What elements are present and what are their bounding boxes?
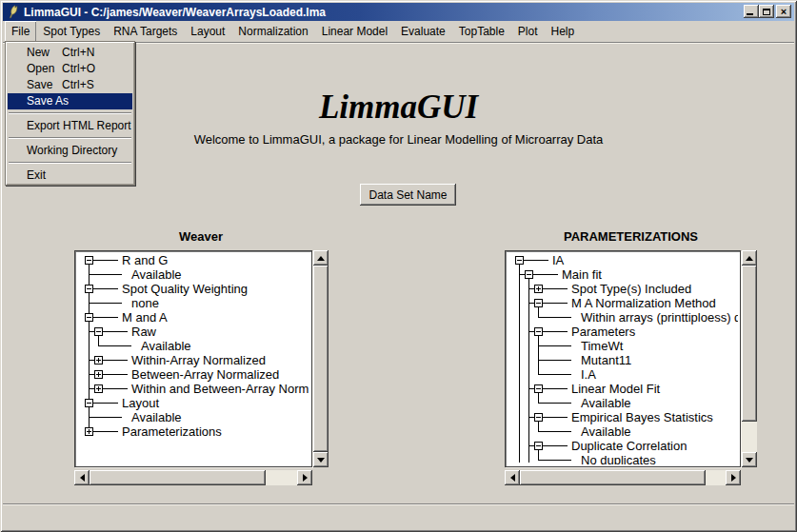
tree-expand-toggle[interactable]	[85, 256, 93, 265]
tree-node-r-and-g[interactable]: R and G	[122, 253, 168, 267]
tree-node-within-arrays-printtiploess-d[interactable]: Within arrays (printtiploess) d	[581, 310, 738, 325]
tree-node-duplicate-correlation[interactable]: Duplicate Correlation	[571, 439, 687, 453]
file-menu-item-save[interactable]: SaveCtrl+S	[8, 77, 132, 93]
tree-node-i-a[interactable]: I.A	[581, 367, 596, 382]
tree-node-within-array-normalized[interactable]: Within-Array Normalized	[131, 353, 266, 367]
menubar-item-file[interactable]: File	[5, 21, 36, 42]
tree-node-within-and-between-array-norm[interactable]: Within and Between-Array Norm	[131, 382, 309, 396]
scrollbar-thumb[interactable]	[742, 266, 757, 422]
tree-node-available[interactable]: Available	[581, 396, 631, 410]
arrow-down-icon	[317, 458, 325, 463]
tree-node-timewt[interactable]: TimeWt	[581, 339, 623, 353]
tree-connector	[89, 303, 122, 304]
tree-node-available[interactable]: Available	[141, 339, 191, 353]
scroll-down-button[interactable]	[742, 452, 757, 467]
tree-node-m-and-a[interactable]: M and A	[122, 310, 168, 325]
file-menu-item-save-as[interactable]: Save As	[8, 93, 132, 109]
tree-node-mutant11[interactable]: Mutant11	[581, 353, 631, 367]
tree-expand-toggle[interactable]	[94, 327, 103, 336]
menu-item-accelerator: Ctrl+O	[62, 61, 95, 77]
parameterizations-vertical-scrollbar[interactable]	[742, 250, 757, 467]
file-menu-item-working-directory[interactable]: Working Directory	[8, 143, 132, 159]
tree-connector	[98, 335, 99, 345]
tree-expand-toggle[interactable]	[534, 413, 543, 422]
menubar-item-evaluate[interactable]: Evaluate	[394, 21, 452, 42]
tree-expand-toggle[interactable]	[85, 285, 93, 293]
tree-node-main-fit[interactable]: Main fit	[562, 267, 602, 282]
scroll-right-button[interactable]	[726, 470, 741, 485]
menu-item-label: Save	[27, 78, 52, 91]
parameterizations-horizontal-scrollbar[interactable]	[505, 470, 741, 485]
file-menu-item-exit[interactable]: Exit	[8, 167, 132, 184]
menubar-item-layout[interactable]: Layout	[184, 21, 231, 42]
tree-node-none[interactable]: none	[131, 296, 159, 310]
tree-node-linear-model-fit[interactable]: Linear Model Fit	[571, 382, 660, 396]
weaver-horizontal-scrollbar[interactable]	[74, 470, 312, 485]
arrow-down-icon	[746, 458, 753, 463]
file-menu-item-export-html-report[interactable]: Export HTML Report	[8, 118, 132, 134]
menubar-item-normalization[interactable]: Normalization	[231, 21, 314, 42]
tree-expand-toggle[interactable]	[94, 370, 103, 379]
tree-connector	[538, 335, 539, 374]
weaver-vertical-scrollbar[interactable]	[313, 250, 329, 467]
tree-node-raw[interactable]: Raw	[131, 325, 156, 339]
scroll-up-button[interactable]	[313, 250, 329, 266]
tree-expand-toggle[interactable]	[515, 256, 524, 265]
tree-expand-toggle[interactable]	[534, 285, 543, 293]
scroll-left-button[interactable]	[505, 470, 520, 485]
tree-node-available[interactable]: Available	[131, 410, 182, 424]
menubar-item-linear-model[interactable]: Linear Model	[315, 21, 394, 42]
tree-expand-toggle[interactable]	[94, 356, 103, 365]
tree-connector	[543, 417, 568, 418]
tree-node-between-array-normalized[interactable]: Between-Array Normalized	[131, 367, 279, 382]
close-button[interactable]: ×	[776, 5, 791, 18]
arrow-left-icon	[510, 474, 515, 482]
limmagui-window: LimmaGUI - C:/james/Weaver/WeaverArraysL…	[0, 0, 797, 532]
file-menu-item-open[interactable]: OpenCtrl+O	[8, 61, 132, 77]
menubar-item-rna-targets[interactable]: RNA Targets	[107, 21, 184, 42]
menubar-item-toptable[interactable]: TopTable	[452, 21, 511, 42]
scrollbar-thumb[interactable]	[520, 470, 706, 485]
scroll-down-button[interactable]	[313, 452, 329, 467]
menubar-item-plot[interactable]: Plot	[511, 21, 545, 42]
tree-node-parameterizations[interactable]: Parameterizations	[122, 424, 222, 439]
scroll-left-button[interactable]	[74, 470, 90, 485]
tree-expand-toggle[interactable]	[534, 299, 543, 307]
scrollbar-thumb[interactable]	[90, 470, 266, 485]
tree-connector	[538, 317, 571, 318]
tk-feather-icon[interactable]	[6, 5, 20, 19]
tree-expand-toggle[interactable]	[525, 270, 533, 279]
tree-node-available[interactable]: Available	[131, 267, 182, 282]
menubar-item-spot-types[interactable]: Spot Types	[36, 21, 107, 42]
tree-node-layout[interactable]: Layout	[122, 396, 159, 410]
titlebar[interactable]: LimmaGUI - C:/james/Weaver/WeaverArraysL…	[3, 3, 794, 21]
tree-node-spot-quality-weighting[interactable]: Spot Quality Weighting	[122, 282, 248, 296]
tree-node-ia[interactable]: IA	[552, 253, 564, 267]
tree-expand-toggle[interactable]	[534, 384, 543, 393]
tree-expand-toggle[interactable]	[85, 427, 93, 436]
scrollbar-thumb[interactable]	[313, 266, 329, 452]
scroll-right-button[interactable]	[297, 470, 312, 485]
tree-node-spot-type-s-included[interactable]: Spot Type(s) Included	[571, 282, 691, 296]
tree-node-no-duplicates[interactable]: No duplicates	[581, 453, 656, 464]
tree-expand-toggle[interactable]	[534, 327, 543, 336]
tree-node-parameters[interactable]: Parameters	[571, 325, 635, 339]
scroll-up-button[interactable]	[742, 250, 757, 266]
tree-connector	[538, 374, 571, 375]
tree-node-available[interactable]: Available	[581, 424, 631, 439]
minimize-button[interactable]	[744, 5, 759, 18]
tree-expand-toggle[interactable]	[85, 399, 93, 407]
tree-connector	[538, 392, 539, 403]
tree-expand-toggle[interactable]	[85, 313, 93, 322]
tree-expand-toggle[interactable]	[94, 384, 103, 393]
data-set-name-button[interactable]: Data Set Name	[360, 184, 456, 206]
menubar: FileSpot TypesRNA TargetsLayoutNormaliza…	[3, 21, 794, 42]
maximize-button[interactable]	[759, 5, 774, 18]
tree-node-empirical-bayes-statistics[interactable]: Empirical Bayes Statistics	[571, 410, 713, 424]
tree-node-m-a-normalization-method[interactable]: M A Normalization Method	[571, 296, 716, 310]
menubar-item-help[interactable]: Help	[545, 21, 582, 42]
tree-connector	[93, 403, 118, 404]
tree-expand-toggle[interactable]	[534, 442, 543, 450]
arrow-left-icon	[80, 474, 85, 482]
file-menu-item-new[interactable]: NewCtrl+N	[8, 45, 132, 61]
